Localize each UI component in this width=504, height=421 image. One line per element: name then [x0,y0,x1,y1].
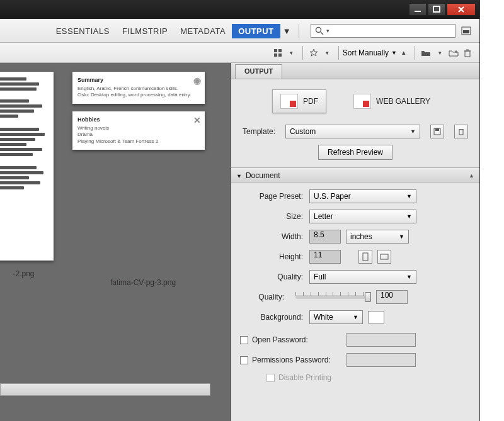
background-select[interactable]: White▼ [309,310,363,324]
slider-thumb[interactable] [365,292,371,302]
svg-line-3 [321,32,323,35]
template-label: Template: [243,127,280,136]
height-label: Height: [240,252,303,261]
svg-rect-13 [459,130,463,135]
output-mode-webgallery[interactable]: WEB GALLERY [345,89,438,113]
sort-direction-button[interactable]: ▴ [397,46,411,60]
window-close-button[interactable] [447,3,476,16]
disable-printing-checkbox [266,374,275,382]
quality-preset-select[interactable]: Full▼ [309,270,416,284]
background-label: Background: [240,313,303,322]
output-panel: OUTPUT PDF WEB GALLERY Template: [231,63,479,421]
units-select[interactable]: inches▼ [346,230,409,244]
info-card[interactable]: ✕ Hobbies Writing novelsDramaPlaying Mic… [72,111,205,150]
chevron-down-icon: ▼ [399,233,404,240]
size-select[interactable]: Letter▼ [309,210,416,223]
svg-rect-14 [363,253,368,261]
search-input[interactable] [329,26,452,36]
rating-star-button[interactable] [307,46,321,60]
permissions-password-checkbox[interactable] [240,356,248,364]
workspace-bar: ESSENTIALS FILMSTRIP METADATA OUTPUT ▼ ▾ [0,19,479,43]
svg-rect-0 [415,11,421,12]
width-label: Width: [240,232,303,241]
output-mode-pdf[interactable]: PDF [272,89,326,113]
workspace-menu-arrow[interactable]: ▼ [280,24,294,38]
new-folder-button[interactable] [447,46,461,60]
output-mode-label: PDF [303,97,318,106]
info-card[interactable]: ◉ Summary English, Arabic, French commun… [72,72,205,104]
thumb-caption: fatima-CV-pg-3.png [110,278,176,287]
size-label: Size: [240,212,303,221]
svg-rect-12 [435,128,439,131]
close-icon[interactable]: ✕ [193,115,201,125]
open-password-input[interactable] [346,333,416,347]
quality-value-input[interactable]: 100 [376,290,408,304]
open-password-checkbox[interactable] [240,336,248,344]
svg-rect-5 [463,30,469,33]
disclosure-triangle-icon: ▼ [236,173,242,179]
chevron-down-icon: ▼ [406,274,412,280]
card-badge-icon: ◉ [193,76,201,86]
orientation-portrait-button[interactable] [358,250,372,264]
svg-rect-8 [274,53,277,57]
background-swatch[interactable] [368,311,384,323]
content-area[interactable]: -2.png ◉ Summary English, Arabic, French… [0,63,231,421]
height-input[interactable]: 11 [309,250,341,264]
chevron-down-icon: ▼ [406,193,412,199]
svg-point-2 [316,28,321,33]
document-section-header[interactable]: ▼Document ▲ [231,168,479,183]
folder-dropdown[interactable]: ▾ [433,46,447,60]
open-password-label: Open Password: [252,335,340,344]
view-grid-button[interactable] [271,46,285,60]
save-template-button[interactable] [430,125,444,138]
delete-template-button[interactable] [454,125,468,138]
search-icon [314,25,325,36]
quality-slider-label: Quality: [240,293,284,301]
permissions-password-input[interactable] [346,353,416,367]
panel-tab-output[interactable]: OUTPUT [235,64,282,79]
scroll-up-icon[interactable]: ▲ [469,172,474,179]
chevron-down-icon: ▼ [406,213,412,220]
template-value: Custom [290,127,316,136]
pdf-icon [280,94,298,109]
page-preset-select[interactable]: U.S. Paper▼ [309,189,416,203]
folder-open-button[interactable] [419,46,433,60]
svg-rect-7 [278,49,282,52]
orientation-landscape-button[interactable] [377,250,391,264]
output-mode-label: WEB GALLERY [376,97,430,106]
thumb-item[interactable]: -2.png [0,72,54,287]
width-input[interactable]: 8.5 [309,230,341,244]
filmstrip-bar[interactable] [0,383,210,396]
search-box[interactable]: ▾ [311,24,455,38]
workspace-essentials[interactable]: ESSENTIALS [50,24,116,38]
quality-preset-label: Quality: [240,272,303,281]
permissions-password-label: Permissions Password: [252,356,340,364]
window-maximize-button[interactable] [428,3,445,16]
window-titlebar [0,0,479,19]
workspace-metadata[interactable]: METADATA [174,24,232,38]
chevron-down-icon: ▼ [410,128,416,135]
chevron-down-icon: ▼ [353,314,358,320]
options-bar: ▾ ▾ Sort Manually ▼ ▴ ▾ [0,43,479,63]
disable-printing-label: Disable Printing [278,373,331,382]
svg-rect-9 [278,53,282,57]
quality-slider[interactable] [295,295,371,299]
workspace-filmstrip[interactable]: FILMSTRIP [116,24,174,38]
webgallery-icon [353,94,371,109]
chevron-down-icon: ▼ [391,50,397,56]
svg-rect-10 [465,51,470,57]
svg-rect-1 [433,6,440,12]
rating-dropdown[interactable]: ▾ [321,46,335,60]
refresh-preview-button[interactable]: Refresh Preview [318,145,392,160]
thumb-caption: -2.png [13,269,34,278]
sort-menu[interactable]: Sort Manually ▼ [343,48,397,57]
view-grid-dropdown[interactable]: ▾ [285,46,299,60]
trash-button[interactable] [461,46,474,60]
window-minimize-button[interactable] [409,3,427,16]
compact-mode-button[interactable] [459,24,473,38]
page-preset-label: Page Preset: [240,192,303,201]
svg-rect-6 [274,49,277,52]
template-select[interactable]: Custom ▼ [285,125,420,138]
workspace-output[interactable]: OUTPUT [232,24,280,38]
sort-label: Sort Manually [343,48,389,57]
